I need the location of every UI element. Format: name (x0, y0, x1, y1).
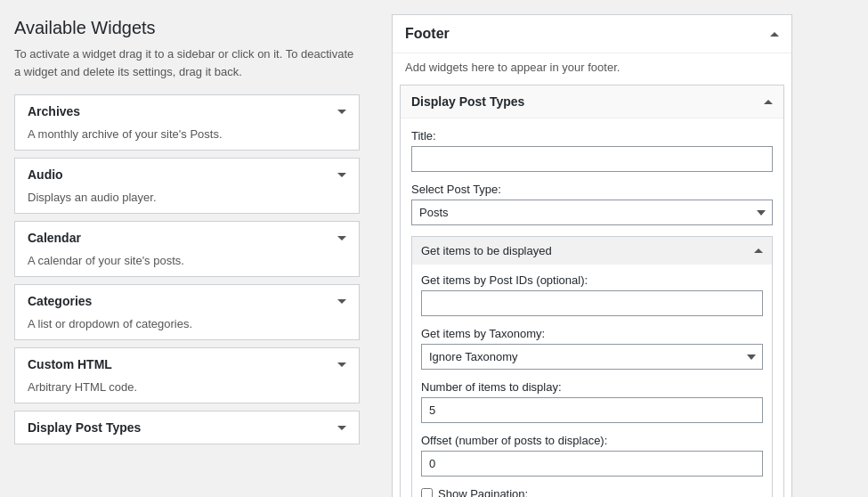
widget-item-label-archives: Archives (28, 104, 80, 118)
widget-item-desc-categories: A list or dropdown of categories. (15, 317, 359, 339)
widget-box-header[interactable]: Display Post Types (401, 86, 783, 118)
sub-section-collapse-icon (754, 248, 763, 253)
footer-collapse-icon[interactable] (770, 32, 779, 37)
offset-field: Offset (number of posts to displace): (421, 434, 763, 477)
sub-section-header[interactable]: Get items to be displayed (412, 237, 772, 265)
widget-item-header-display-post-types[interactable]: Display Post Types (15, 411, 359, 444)
get-by-ids-field: Get items by Post IDs (optional): (421, 273, 763, 316)
sub-section-body: Get items by Post IDs (optional): Get it… (412, 265, 772, 497)
show-pagination-checkbox[interactable] (421, 488, 433, 497)
widget-item-arrow-icon-archives (337, 110, 346, 114)
footer-header: Footer (393, 15, 791, 53)
widget-item-arrow-icon-custom-html (337, 363, 346, 367)
widget-item-header-archives[interactable]: Archives (15, 95, 359, 127)
widget-box-title: Display Post Types (411, 94, 524, 109)
widget-item-header-custom-html[interactable]: Custom HTML (15, 348, 359, 380)
footer-title: Footer (405, 26, 450, 42)
widget-item-label-categories: Categories (28, 294, 92, 308)
available-widgets-title: Available Widgets (14, 18, 360, 38)
widget-item-custom-html: Custom HTMLArbitrary HTML code. (14, 347, 360, 403)
widget-item-label-calendar: Calendar (28, 231, 81, 245)
get-by-ids-label: Get items by Post IDs (optional): (421, 273, 763, 287)
get-by-ids-input[interactable] (421, 290, 763, 316)
widget-item-label-audio: Audio (28, 167, 63, 182)
show-pagination-field: Show Pagination: (421, 487, 763, 497)
widget-item-calendar: CalendarA calendar of your site's posts. (14, 221, 360, 277)
display-post-types-widget: Display Post Types Title: Select Post Ty… (400, 85, 784, 497)
select-post-type-label: Select Post Type: (411, 183, 773, 196)
widget-item-arrow-icon-display-post-types (337, 426, 346, 430)
select-post-type-field: Select Post Type: Posts Pages (411, 183, 773, 225)
widget-collapse-icon[interactable] (764, 100, 773, 104)
widget-item-header-calendar[interactable]: Calendar (15, 222, 359, 254)
select-post-type-select[interactable]: Posts Pages (411, 200, 773, 225)
widget-box-body: Title: Select Post Type: Posts Pages (401, 118, 783, 497)
widget-item-label-display-post-types: Display Post Types (28, 420, 141, 435)
widget-item-categories: CategoriesA list or dropdown of categori… (14, 284, 360, 340)
widget-item-desc-custom-html: Arbitrary HTML code. (15, 380, 359, 403)
widget-item-header-audio[interactable]: Audio (15, 159, 359, 191)
get-by-taxonomy-field: Get items by Taxonomy: Ignore Taxonomy C… (421, 327, 763, 370)
get-by-taxonomy-label: Get items by Taxonomy: (421, 327, 763, 340)
footer-description: Add widgets here to appear in your foote… (393, 53, 791, 85)
select-post-type-wrapper: Posts Pages (411, 200, 773, 225)
taxonomy-select[interactable]: Ignore Taxonomy Category Tag (421, 344, 763, 370)
footer-widget-area: Footer Add widgets here to appear in you… (392, 14, 792, 497)
taxonomy-select-wrapper: Ignore Taxonomy Category Tag (421, 344, 763, 370)
sub-section-title: Get items to be displayed (421, 244, 552, 257)
num-items-input[interactable] (421, 397, 763, 423)
widget-list: ArchivesA monthly archive of your site's… (14, 94, 360, 444)
widget-item-arrow-icon-audio (337, 173, 346, 177)
offset-input[interactable] (421, 451, 763, 477)
widget-item-desc-calendar: A calendar of your site's posts. (15, 254, 359, 276)
widget-item-label-custom-html: Custom HTML (28, 357, 112, 371)
widget-item-arrow-icon-categories (337, 299, 346, 304)
get-items-sub-section: Get items to be displayed Get items by P… (411, 236, 773, 497)
show-pagination-label: Show Pagination: (438, 487, 528, 497)
widget-item-archives: ArchivesA monthly archive of your site's… (14, 94, 360, 151)
offset-label: Offset (number of posts to displace): (421, 434, 763, 447)
num-items-label: Number of items to display: (421, 380, 763, 394)
widget-item-audio: AudioDisplays an audio player. (14, 158, 360, 214)
title-label: Title: (411, 129, 773, 143)
footer-panel: Footer Add widgets here to appear in you… (374, 0, 868, 497)
widget-item-desc-audio: Displays an audio player. (15, 191, 359, 213)
widget-item-desc-archives: A monthly archive of your site's Posts. (15, 127, 359, 150)
available-widgets-panel: Available Widgets To activate a widget d… (0, 0, 374, 497)
num-items-field: Number of items to display: (421, 380, 763, 423)
title-field: Title: (411, 129, 773, 172)
title-input[interactable] (411, 146, 773, 172)
widget-item-header-categories[interactable]: Categories (15, 285, 359, 317)
widget-item-display-post-types: Display Post Types (14, 411, 360, 444)
widget-item-arrow-icon-calendar (337, 236, 346, 240)
available-widgets-description: To activate a widget drag it to a sideba… (14, 45, 360, 80)
